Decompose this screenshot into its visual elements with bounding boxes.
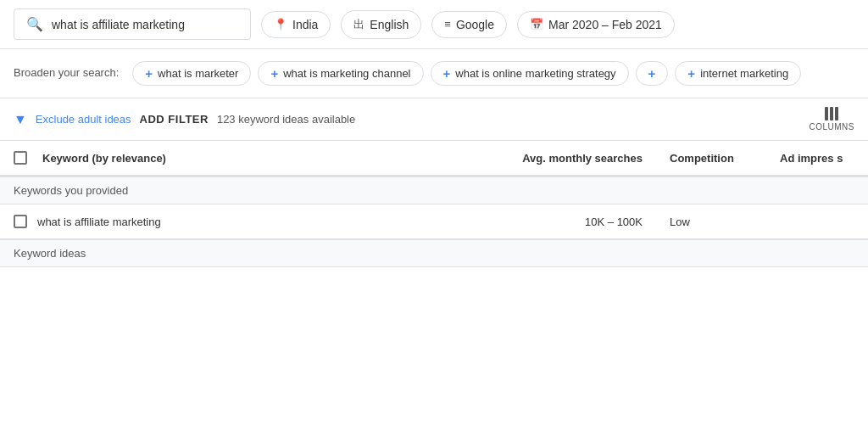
chip-marketing-channel-label: what is marketing channel bbox=[283, 67, 410, 80]
plus-icon: + bbox=[687, 66, 695, 81]
exclude-adult-link[interactable]: Exclude adult ideas bbox=[36, 113, 131, 126]
search-icon: 🔍 bbox=[26, 16, 43, 32]
filter-bar: ▼ Exclude adult ideas ADD FILTER 123 key… bbox=[0, 98, 868, 141]
row-checkbox[interactable] bbox=[14, 215, 27, 228]
col-ad-impress: Ad impres s bbox=[766, 141, 868, 175]
plus-icon: + bbox=[443, 66, 451, 81]
translate-icon: 出 bbox=[353, 17, 364, 32]
search-query-text: what is affiliate marketing bbox=[52, 18, 185, 31]
section-provided-label: Keywords you provided bbox=[14, 184, 128, 197]
columns-icon bbox=[825, 107, 838, 120]
plus-icon: + bbox=[270, 66, 278, 81]
broaden-section: Broaden your search: + what is marketer … bbox=[0, 49, 868, 98]
search-box[interactable]: 🔍 what is affiliate marketing bbox=[14, 8, 251, 40]
filter-icon: ▼ bbox=[14, 112, 27, 127]
chip-overflow[interactable]: + bbox=[636, 61, 669, 86]
chip-online-marketing-strategy[interactable]: + what is online marketing strategy bbox=[431, 61, 629, 86]
language-label: English bbox=[370, 18, 409, 31]
keyword-count: 123 keyword ideas available bbox=[217, 113, 801, 126]
table-row: what is affiliate marketing 10K – 100K L… bbox=[0, 204, 868, 239]
date-range-label: Mar 2020 – Feb 2021 bbox=[548, 18, 662, 31]
col-keyword: Keyword (by relevance) bbox=[0, 141, 458, 175]
engine-icon: ≡ bbox=[444, 18, 451, 31]
col-keyword-label: Keyword (by relevance) bbox=[42, 152, 166, 165]
columns-button[interactable]: COLUMNS bbox=[809, 107, 854, 132]
chip-online-marketing-strategy-label: what is online marketing strategy bbox=[455, 67, 615, 80]
date-range-pill[interactable]: 📅 Mar 2020 – Feb 2021 bbox=[517, 11, 675, 38]
section-ideas-label: Keyword ideas bbox=[14, 247, 86, 260]
plus-icon: + bbox=[648, 66, 656, 81]
avg-monthly-value: 10K – 100K bbox=[585, 216, 643, 228]
col-ad-impress-label: Ad impres s bbox=[780, 152, 843, 165]
header-checkbox[interactable] bbox=[14, 151, 27, 165]
location-label: India bbox=[292, 18, 318, 31]
competition-cell: Low bbox=[656, 205, 766, 238]
chip-internet-marketing[interactable]: + internet marketing bbox=[675, 61, 801, 86]
ad-impress-cell bbox=[766, 211, 868, 232]
engine-label: Google bbox=[456, 18, 494, 31]
keyword-cell: what is affiliate marketing bbox=[0, 204, 458, 238]
avg-monthly-cell: 10K – 100K bbox=[458, 205, 656, 238]
location-icon: 📍 bbox=[274, 18, 287, 31]
chip-internet-marketing-label: internet marketing bbox=[700, 67, 788, 80]
plus-icon: + bbox=[145, 66, 153, 81]
col-avg-monthly-label: Avg. monthly searches bbox=[522, 152, 643, 165]
section-ideas: Keyword ideas bbox=[0, 239, 868, 267]
chip-marketer[interactable]: + what is marketer bbox=[132, 61, 251, 86]
chip-marketer-label: what is marketer bbox=[158, 67, 238, 80]
competition-value: Low bbox=[670, 216, 690, 228]
broaden-chips: + what is marketer + what is marketing c… bbox=[132, 61, 801, 86]
location-pill[interactable]: 📍 India bbox=[261, 11, 331, 38]
keyword-value: what is affiliate marketing bbox=[37, 216, 161, 228]
chip-marketing-channel[interactable]: + what is marketing channel bbox=[258, 61, 423, 86]
add-filter-button[interactable]: ADD FILTER bbox=[140, 113, 209, 126]
broaden-label: Broaden your search: bbox=[14, 61, 119, 79]
col-competition-label: Competition bbox=[670, 152, 734, 165]
language-pill[interactable]: 出 English bbox=[341, 10, 421, 39]
table-header: Keyword (by relevance) Avg. monthly sear… bbox=[0, 141, 868, 176]
calendar-icon: 📅 bbox=[530, 18, 543, 31]
section-provided: Keywords you provided bbox=[0, 176, 868, 204]
col-competition: Competition bbox=[656, 141, 766, 175]
col-avg-monthly: Avg. monthly searches bbox=[458, 141, 656, 175]
top-bar: 🔍 what is affiliate marketing 📍 India 出 … bbox=[0, 0, 868, 49]
engine-pill[interactable]: ≡ Google bbox=[431, 11, 507, 38]
columns-label: COLUMNS bbox=[809, 122, 854, 132]
